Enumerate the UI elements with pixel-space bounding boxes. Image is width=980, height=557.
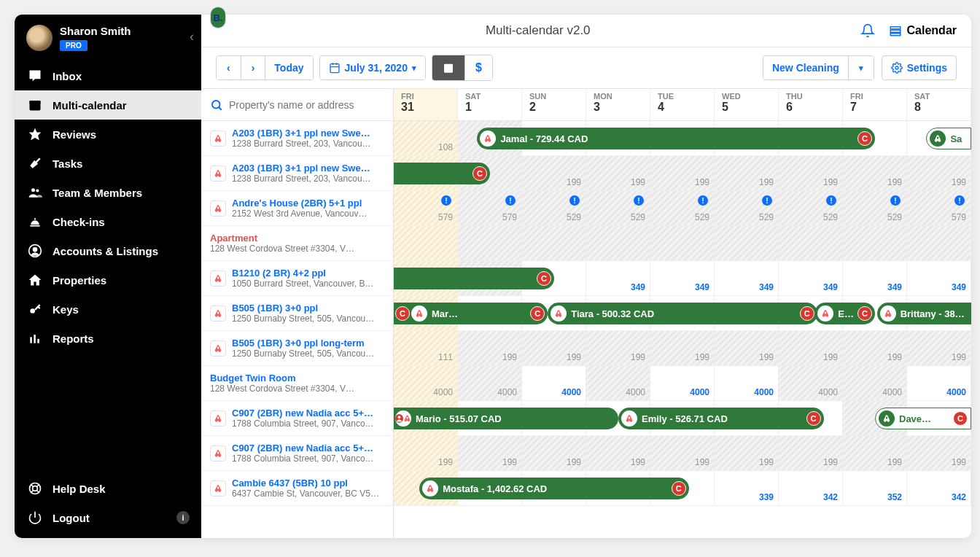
calendar-cell[interactable]: 199 [650, 436, 715, 470]
day-header[interactable]: FRI7 [843, 89, 907, 120]
nav-item-inbox[interactable]: Inbox [15, 61, 201, 90]
calendar-cell[interactable] [650, 226, 715, 260]
calendar-cell[interactable]: 342 [779, 471, 843, 505]
calendar-cell[interactable] [907, 226, 971, 260]
calendar-cell[interactable]: 4000 [394, 366, 458, 400]
nav-item-reviews[interactable]: Reviews [15, 120, 201, 149]
calendar-cell[interactable]: 199 [522, 156, 586, 190]
new-cleaning-dropdown[interactable]: ▾ [848, 56, 874, 79]
calendar-cell[interactable]: 199 [843, 156, 907, 190]
booking-bar[interactable]: Emily - 526.71 CADC [618, 408, 824, 429]
calendar-cell[interactable]: 349 [907, 261, 971, 295]
nav-item-help-desk[interactable]: Help Desk [15, 474, 201, 503]
search-input[interactable] [229, 99, 384, 111]
calendar-cell[interactable]: 199 [907, 331, 971, 365]
property-row[interactable]: Cambie 6437 (5BR) 10 ppl 6437 Cambie St,… [201, 471, 393, 506]
booking-bar[interactable]: Tiara - 500.32 CADC [548, 303, 817, 324]
booking-bar[interactable]: C [394, 163, 490, 184]
calendar-cell[interactable]: 199 [907, 436, 971, 470]
calendar-cell[interactable]: 199 [586, 436, 650, 470]
calendar-cell[interactable]: 199 [779, 331, 843, 365]
calendar-cell[interactable]: !529 [779, 191, 843, 225]
calendar-cell[interactable]: 4000 [907, 366, 971, 400]
calendar-cell[interactable]: !579 [458, 191, 522, 225]
booking-bar[interactable]: Mostafa - 1,402.62 CADC [419, 478, 689, 499]
day-header[interactable]: THU6 [779, 89, 843, 120]
calendar-cell[interactable]: !579 [907, 191, 971, 225]
calendar-cell[interactable] [394, 226, 458, 260]
booking-bar[interactable]: C [394, 268, 554, 289]
calendar-cell[interactable]: 199 [586, 156, 650, 190]
property-row[interactable]: A203 (1BR) 3+1 ppl new Swe… 1238 Burrard… [201, 156, 393, 191]
nav-item-logout[interactable]: Logouti [15, 503, 201, 532]
pricing-view-button[interactable]: $ [464, 55, 492, 80]
calendar-cell[interactable]: 199 [586, 331, 650, 365]
calendar-cell[interactable]: 199 [907, 156, 971, 190]
calendar-view-button[interactable] [432, 55, 464, 80]
property-row[interactable]: B. Apartment 128 West Cordova Street #33… [201, 226, 393, 261]
calendar-cell[interactable] [715, 226, 779, 260]
calendar-cell[interactable]: 199 [843, 331, 907, 365]
calendar-cell[interactable]: !529 [715, 191, 779, 225]
property-row[interactable]: B505 (1BR) 3+0 ppl long-term 1250 Burnab… [201, 331, 393, 366]
calendar-cell[interactable]: 4000 [522, 366, 586, 400]
property-row[interactable]: Andre's House (2BR) 5+1 ppl 2152 West 3r… [201, 191, 393, 226]
nav-item-properties[interactable]: Properties [15, 265, 201, 295]
calendar-cell[interactable] [458, 226, 522, 260]
calendar-cell[interactable]: 349 [843, 261, 907, 295]
calendar-cell[interactable]: 199 [522, 436, 586, 470]
calendar-cell[interactable]: 349 [779, 261, 843, 295]
calendar-cell[interactable]: 199 [458, 331, 522, 365]
booking-bar[interactable]: Evan …C [814, 303, 875, 324]
property-row[interactable]: A203 (1BR) 3+1 ppl new Swe… 1238 Burrard… [201, 121, 393, 156]
booking-bar[interactable]: Mario - 515.07 CAD [394, 408, 618, 429]
prev-button[interactable]: ‹ [217, 56, 241, 79]
day-header[interactable]: SAT1 [458, 89, 522, 120]
calendar-cell[interactable]: 352 [843, 471, 907, 505]
calendar-cell[interactable]: 199 [715, 156, 779, 190]
nav-item-tasks[interactable]: Tasks [15, 149, 201, 178]
today-button[interactable]: Today [265, 56, 312, 79]
property-search[interactable] [201, 89, 393, 121]
calendar-cell[interactable]: 199 [843, 436, 907, 470]
nav-item-team-members[interactable]: Team & Members [15, 178, 201, 207]
nav-item-keys[interactable]: Keys [15, 295, 201, 324]
calendar-cell[interactable]: 111 [394, 331, 458, 365]
calendar-cell[interactable]: !529 [843, 191, 907, 225]
booking-bar[interactable]: Brittany - 389.46 [877, 303, 971, 324]
calendar-link[interactable]: Calendar [888, 24, 957, 37]
calendar-cell[interactable]: 199 [779, 436, 843, 470]
booking-bar[interactable]: CMar…C [394, 303, 548, 324]
booking-bar[interactable]: Dave…C [875, 408, 971, 429]
property-row[interactable]: B. Budget Twin Room 128 West Cordova Str… [201, 366, 393, 401]
calendar-cell[interactable]: 349 [715, 261, 779, 295]
calendar-cell[interactable] [586, 226, 650, 260]
calendar-cell[interactable] [522, 226, 586, 260]
property-row[interactable]: C907 (2BR) new Nadia acc 5+… 1788 Columb… [201, 401, 393, 436]
next-button[interactable]: › [241, 56, 265, 79]
calendar-cell[interactable]: 4000 [715, 366, 779, 400]
day-header[interactable]: MON3 [586, 89, 650, 120]
settings-button[interactable]: Settings [882, 55, 957, 80]
booking-bar[interactable]: Sa [926, 128, 971, 149]
calendar-cell[interactable]: !529 [586, 191, 650, 225]
nav-item-accounts-listings[interactable]: Accounts & Listings [15, 236, 201, 265]
property-row[interactable]: B505 (1BR) 3+0 ppl 1250 Burnaby Street, … [201, 296, 393, 331]
date-picker[interactable]: July 31, 2020 ▾ [320, 56, 425, 79]
calendar-cell[interactable]: 4000 [779, 366, 843, 400]
calendar-cell[interactable]: !529 [650, 191, 715, 225]
calendar-cell[interactable]: 4000 [458, 366, 522, 400]
calendar-cell[interactable] [779, 226, 843, 260]
calendar-cell[interactable]: 199 [394, 436, 458, 470]
day-header[interactable]: FRI31 [394, 89, 458, 120]
calendar-cell[interactable]: 108 [394, 121, 458, 155]
calendar-cell[interactable]: 199 [650, 156, 715, 190]
nav-item-multi-calendar[interactable]: Multi-calendar [15, 90, 201, 120]
calendar-cell[interactable]: 349 [650, 261, 715, 295]
calendar-cell[interactable]: 342 [907, 471, 971, 505]
calendar-cell[interactable] [843, 226, 907, 260]
day-header[interactable]: WED5 [715, 89, 779, 120]
nav-item-check-ins[interactable]: Check-ins [15, 207, 201, 236]
booking-bar[interactable]: Jamal - 729.44 CADC [477, 128, 875, 149]
day-header[interactable]: SUN2 [522, 89, 586, 120]
